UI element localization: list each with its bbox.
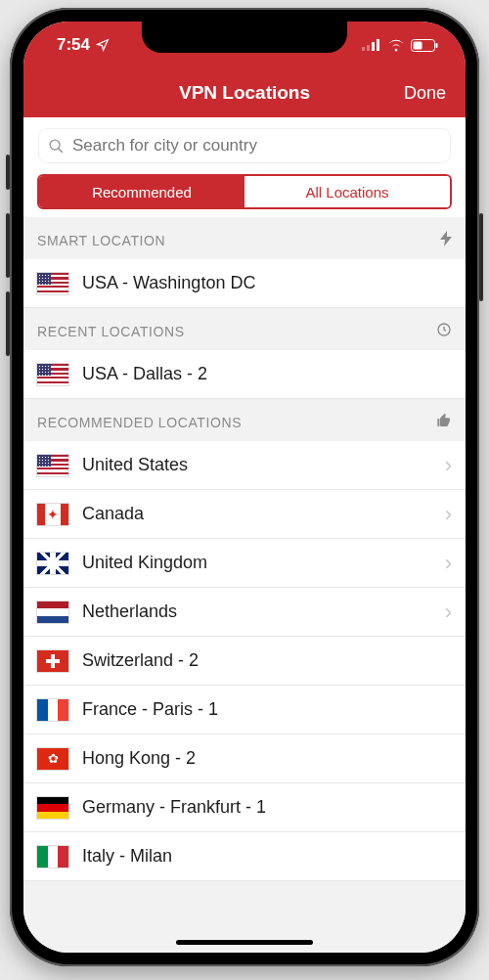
phone-frame: 7:54 VPN Locations Done Recommended bbox=[10, 8, 479, 966]
search-input[interactable] bbox=[72, 136, 441, 156]
flag-usa-icon bbox=[37, 364, 68, 385]
tab-recommended[interactable]: Recommended bbox=[39, 176, 244, 207]
cellular-icon bbox=[362, 39, 381, 51]
svg-line-8 bbox=[59, 148, 63, 152]
location-row-smart[interactable]: USA - Washington DC bbox=[23, 259, 466, 308]
section-smart-location: SMART LOCATION bbox=[23, 217, 466, 259]
location-row[interactable]: ✦Canada› bbox=[23, 490, 466, 539]
notch bbox=[142, 22, 347, 53]
flag-usa-icon bbox=[37, 455, 68, 476]
side-button bbox=[6, 213, 10, 278]
location-label: France - Paris - 1 bbox=[82, 699, 452, 720]
location-list[interactable]: SMART LOCATION USA - Washington DC RECEN… bbox=[23, 217, 466, 953]
screen: 7:54 VPN Locations Done Recommended bbox=[23, 22, 466, 953]
side-button bbox=[479, 213, 483, 301]
flag-fr-icon bbox=[37, 699, 68, 721]
chevron-right-icon: › bbox=[445, 502, 452, 527]
thumbs-up-icon bbox=[436, 413, 452, 431]
flag-it-icon bbox=[37, 846, 68, 868]
location-row[interactable]: Italy - Milan bbox=[23, 832, 466, 881]
location-label: Hong Kong - 2 bbox=[82, 748, 452, 769]
location-arrow-icon bbox=[96, 38, 110, 52]
svg-rect-3 bbox=[377, 39, 379, 51]
flag-uk-icon bbox=[37, 553, 68, 574]
flag-de-icon bbox=[37, 797, 68, 819]
home-indicator bbox=[176, 940, 313, 945]
svg-rect-0 bbox=[362, 47, 365, 51]
location-label: Netherlands bbox=[82, 601, 431, 622]
location-label: Germany - Frankfurt - 1 bbox=[82, 797, 452, 818]
search-box[interactable] bbox=[37, 127, 452, 164]
location-row[interactable]: Switzerland - 2 bbox=[23, 637, 466, 686]
svg-rect-1 bbox=[367, 45, 370, 51]
location-row[interactable]: United States› bbox=[23, 441, 466, 490]
side-button bbox=[6, 291, 10, 356]
search-icon bbox=[48, 138, 65, 155]
flag-hk-icon bbox=[37, 748, 68, 770]
chevron-right-icon: › bbox=[445, 600, 452, 625]
location-row[interactable]: United Kingdom› bbox=[23, 539, 466, 588]
section-header-label: SMART LOCATION bbox=[37, 233, 165, 248]
search-wrap bbox=[23, 117, 466, 174]
tab-all-locations[interactable]: All Locations bbox=[244, 176, 450, 207]
navbar: VPN Locations Done bbox=[23, 68, 466, 117]
page-title: VPN Locations bbox=[179, 82, 310, 104]
done-button[interactable]: Done bbox=[404, 83, 446, 104]
location-label: USA - Dallas - 2 bbox=[82, 364, 452, 384]
location-row-recent[interactable]: USA - Dallas - 2 bbox=[23, 350, 466, 399]
location-label: Switzerland - 2 bbox=[82, 650, 452, 671]
section-recommended-locations: RECOMMENDED LOCATIONS bbox=[23, 399, 466, 441]
clock-icon bbox=[436, 322, 452, 340]
location-label: Italy - Milan bbox=[82, 846, 452, 867]
status-time: 7:54 bbox=[57, 35, 90, 55]
segmented-control: Recommended All Locations bbox=[37, 174, 452, 209]
location-label: United Kingdom bbox=[82, 553, 431, 573]
chevron-right-icon: › bbox=[445, 453, 452, 478]
wifi-icon bbox=[387, 39, 405, 52]
svg-rect-2 bbox=[372, 42, 375, 51]
location-row[interactable]: France - Paris - 1 bbox=[23, 686, 466, 735]
flag-usa-icon bbox=[37, 273, 68, 294]
segmented-wrap: Recommended All Locations bbox=[23, 174, 466, 217]
svg-rect-6 bbox=[436, 43, 438, 48]
section-header-label: RECENT LOCATIONS bbox=[37, 324, 185, 339]
location-label: Canada bbox=[82, 504, 431, 524]
side-button bbox=[6, 155, 10, 190]
location-row[interactable]: Germany - Frankfurt - 1 bbox=[23, 783, 466, 832]
location-row[interactable]: Hong Kong - 2 bbox=[23, 735, 466, 783]
location-label: United States bbox=[82, 455, 431, 475]
flag-canada-icon: ✦ bbox=[37, 504, 68, 525]
section-recent-locations: RECENT LOCATIONS bbox=[23, 308, 466, 350]
chevron-right-icon: › bbox=[445, 551, 452, 576]
svg-point-7 bbox=[50, 140, 60, 150]
flag-ch-icon bbox=[37, 650, 68, 672]
battery-icon bbox=[411, 39, 438, 52]
lightning-icon bbox=[440, 231, 452, 249]
location-row[interactable]: Netherlands› bbox=[23, 588, 466, 637]
section-header-label: RECOMMENDED LOCATIONS bbox=[37, 415, 242, 430]
flag-nl-icon bbox=[37, 601, 68, 623]
svg-rect-5 bbox=[414, 41, 422, 49]
location-label: USA - Washington DC bbox=[82, 273, 452, 293]
